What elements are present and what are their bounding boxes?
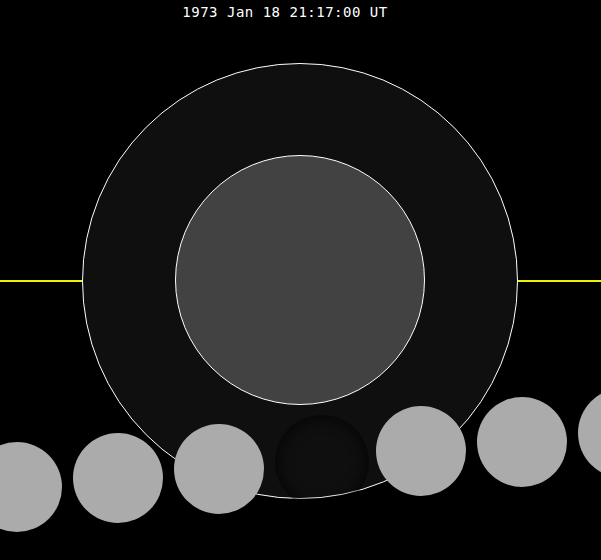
- moon-position-disc-4: [376, 406, 466, 496]
- moon-position-disc-5: [477, 397, 567, 487]
- umbra-circle: [175, 155, 425, 405]
- moon-position-disc-3: [174, 424, 264, 514]
- moon-position-disc-1: [0, 442, 62, 532]
- moon-position-disc-6: [578, 388, 601, 478]
- eclipse-chart: 1973 Jan 18 21:17:00 UT: [0, 0, 601, 560]
- chart-title: 1973 Jan 18 21:17:00 UT: [0, 4, 570, 20]
- eclipsed-moon-photo: [275, 415, 369, 509]
- moon-position-disc-2: [73, 433, 163, 523]
